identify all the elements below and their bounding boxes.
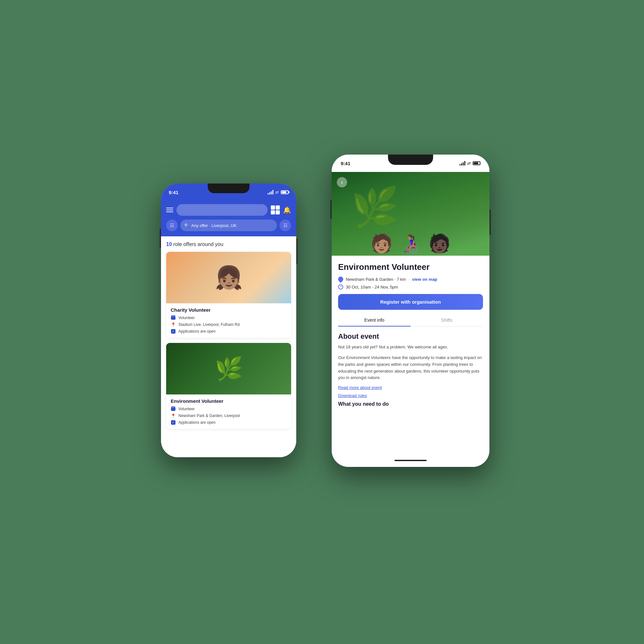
detail-content: Environment Volunteer Newsham Park & Gar… — [332, 256, 489, 454]
status-bar-left: 9:41 ⇄ — [161, 184, 296, 201]
briefcase-icon-charity — [171, 316, 175, 320]
card-charity-location: 📍 Stadium Live, Liverpool, Fulham Rd — [171, 322, 287, 327]
home-indicator-right — [332, 454, 489, 467]
environment-volunteer-image: 🌿 — [166, 343, 291, 394]
about-para-2: Our Environment Volunteers have the oppo… — [338, 355, 483, 381]
card-environment-title: Environment Volunteer — [171, 398, 287, 404]
view-on-map-link[interactable]: view on map — [412, 277, 437, 282]
home-bar-right — [394, 460, 427, 461]
location-pin-icon — [337, 276, 345, 283]
figure-3: 🧑🏿 — [428, 234, 451, 252]
bell-icon[interactable]: 🔔 — [283, 206, 291, 214]
tab-shifts[interactable]: Shifts — [411, 314, 483, 326]
card-charity-type: Volunteer — [171, 315, 287, 320]
detail-location-row: Newsham Park & Garden · 7 km · view on m… — [338, 277, 483, 282]
status-time-right: 9:41 — [341, 161, 350, 166]
header-icons: 🔔 — [271, 205, 291, 214]
signal-icon-left — [268, 190, 273, 194]
check-icon-charity: ✓ — [171, 329, 175, 334]
filter-button[interactable]: ☷ — [166, 220, 178, 231]
phone-right: 9:41 ⇄ ‹ 🧑🏽 👩🏽‍🦽 🧑🏿 — [332, 155, 489, 467]
figure-2: 👩🏽‍🦽 — [399, 234, 422, 252]
detail-tabs: Event info Shifts — [338, 314, 483, 327]
hero-figures: 🧑🏽 👩🏽‍🦽 🧑🏿 — [332, 191, 489, 256]
charity-volunteer-image: 👧🏽 — [166, 252, 291, 303]
qr-icon[interactable] — [271, 205, 280, 214]
card-environment-location: 📍 Newsham Park & Garden, Liverpool — [171, 413, 287, 418]
check-icon-env: ✓ — [171, 420, 175, 425]
detail-title: Environment Volunteer — [338, 262, 483, 272]
briefcase-icon-env — [171, 407, 175, 411]
location-icon-env: 📍 — [171, 413, 176, 418]
detail-schedule-row: 30 Oct, 10am - 24 Nov, 5pm — [338, 284, 483, 289]
register-button[interactable]: Register with organisation — [338, 294, 483, 310]
clock-icon — [338, 284, 343, 289]
back-button[interactable]: ‹ — [337, 177, 347, 187]
figure-1: 🧑🏽 — [370, 234, 393, 252]
detail-schedule-text: 30 Oct, 10am - 24 Nov, 5pm — [346, 285, 398, 289]
signal-icon-right — [459, 161, 465, 166]
search-pill-text: Any offer · Liverpool, UK — [191, 223, 237, 228]
download-rules-link[interactable]: Download rules — [338, 393, 483, 398]
about-title: About event — [338, 332, 483, 341]
content-left: 10 role offers around you 👧🏽 Charity Vol… — [161, 236, 296, 457]
phone-left: 9:41 ⇄ — [161, 184, 296, 457]
status-icons-right: ⇄ — [459, 161, 480, 166]
status-icons-left: ⇄ — [268, 190, 289, 195]
what-you-need-title: What you need to do — [338, 401, 483, 407]
card-environment[interactable]: 🌿 Environment Volunteer Volunteer 📍 News… — [166, 343, 291, 429]
wifi-icon-left: ⇄ — [275, 190, 279, 195]
card-environment-type: Volunteer — [171, 406, 287, 412]
hamburger-menu[interactable] — [166, 208, 173, 212]
results-count: 10 role offers around you — [166, 241, 291, 247]
battery-icon-right — [473, 161, 480, 165]
card-environment-status: ✓ Applications are open — [171, 420, 287, 425]
search-bar-top[interactable] — [176, 204, 268, 216]
search-pill[interactable]: 🔍 Any offer · Liverpool, UK — [180, 220, 277, 231]
card-charity[interactable]: 👧🏽 Charity Volunteer Volunteer 📍 Stadium — [166, 252, 291, 338]
about-para-1: Not 18 years old yet? Not a problem. We … — [338, 344, 483, 351]
location-icon-charity: 📍 — [171, 322, 176, 327]
status-bar-right: 9:41 ⇄ — [332, 155, 489, 172]
card-charity-title: Charity Volunteer — [171, 307, 287, 313]
status-time-left: 9:41 — [169, 190, 178, 195]
wifi-icon-right: ⇄ — [467, 161, 471, 166]
read-more-link[interactable]: Read more about event — [338, 385, 483, 390]
map-button[interactable]: ☷ — [279, 220, 291, 231]
battery-icon-left — [281, 190, 289, 194]
tab-event-info[interactable]: Event info — [338, 314, 411, 327]
header-left: 🔔 ☷ 🔍 Any offer · Liverpool, UK ☷ — [161, 201, 296, 236]
hero-image: ‹ 🧑🏽 👩🏽‍🦽 🧑🏿 — [332, 172, 489, 256]
detail-location-text: Newsham Park & Garden · 7 km — [346, 277, 406, 282]
card-charity-status: ✓ Applications are open — [171, 329, 287, 334]
